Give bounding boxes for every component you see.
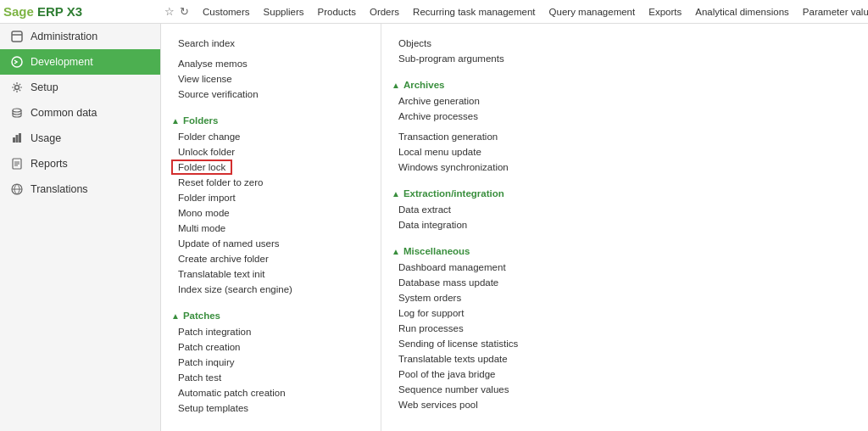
svg-rect-6 — [16, 135, 19, 143]
link-database-mass-update[interactable]: Database mass update — [392, 275, 858, 290]
main-layout: Administration Development Setup Common … — [0, 24, 868, 431]
link-folder-import[interactable]: Folder import — [171, 190, 370, 205]
svg-point-3 — [15, 86, 19, 90]
nav-parameter[interactable]: Parameter values — [796, 0, 868, 23]
link-sending-license-statistics[interactable]: Sending of license statistics — [392, 336, 858, 351]
admin-icon — [10, 30, 24, 43]
link-log-for-support[interactable]: Log for support — [392, 305, 858, 321]
link-folder-change[interactable]: Folder change — [171, 129, 370, 144]
nav-recurring[interactable]: Recurring task management — [406, 0, 542, 23]
svg-rect-0 — [12, 31, 22, 42]
link-reset-folder[interactable]: Reset folder to zero — [171, 175, 370, 190]
link-folder-lock[interactable]: Folder lock — [171, 160, 232, 175]
setup-icon — [10, 81, 24, 94]
content-col1: Search index Analyse memos View license … — [161, 24, 381, 431]
link-mono-mode[interactable]: Mono mode — [171, 205, 370, 221]
nav-products[interactable]: Products — [311, 0, 363, 23]
link-run-processes[interactable]: Run processes — [392, 321, 858, 336]
link-sequence-number-values[interactable]: Sequence number values — [392, 382, 858, 397]
section-archives: ▲ Archives — [392, 80, 858, 90]
dev-icon — [10, 55, 24, 69]
extraction-arrow-icon: ▲ — [392, 189, 400, 199]
nav-analytical[interactable]: Analytical dimensions — [688, 0, 796, 23]
link-setup-templates[interactable]: Setup templates — [171, 400, 370, 416]
folders-arrow-icon: ▲ — [171, 116, 180, 126]
nav-customers[interactable]: Customers — [196, 0, 257, 23]
link-multi-mode[interactable]: Multi mode — [171, 221, 370, 236]
sidebar-item-translations[interactable]: Translations — [0, 176, 160, 202]
link-archive-generation[interactable]: Archive generation — [392, 93, 858, 109]
link-translatable-texts-update[interactable]: Translatable texts update — [392, 351, 858, 367]
sidebar-label-translations: Translations — [31, 183, 88, 195]
section-misc: ▲ Miscellaneous — [392, 246, 858, 256]
logo: Sage ERP X3 — [3, 4, 164, 19]
link-search-index[interactable]: Search index — [171, 36, 370, 51]
logo-text: Sage ERP X3 — [3, 4, 82, 19]
patches-arrow-icon: ▲ — [171, 311, 180, 321]
content-col2: Objects Sub-program arguments ▲ Archives… — [381, 24, 868, 431]
misc-arrow-icon: ▲ — [392, 247, 400, 256]
link-archive-processes[interactable]: Archive processes — [392, 109, 858, 124]
link-patch-inquiry[interactable]: Patch inquiry — [171, 355, 370, 370]
data-icon — [10, 106, 24, 120]
section-extraction: ▲ Extraction/integration — [392, 188, 858, 199]
link-system-orders[interactable]: System orders — [392, 290, 858, 305]
sidebar-label-reports: Reports — [31, 158, 68, 170]
link-analyse-memos[interactable]: Analyse memos — [171, 56, 370, 71]
sidebar-label-setup: Setup — [31, 81, 58, 93]
sidebar-label-common-data: Common data — [31, 107, 97, 119]
link-patch-creation[interactable]: Patch creation — [171, 339, 370, 355]
link-automatic-patch-creation[interactable]: Automatic patch creation — [171, 385, 370, 400]
link-dashboard-management[interactable]: Dashboard management — [392, 260, 858, 275]
link-translatable-text-init[interactable]: Translatable text init — [171, 266, 370, 282]
link-data-integration[interactable]: Data integration — [392, 217, 858, 232]
section-folders: ▲ Folders — [171, 115, 370, 126]
svg-rect-5 — [13, 137, 15, 143]
translations-icon — [10, 182, 24, 196]
topbar: Sage ERP X3 ☆ ↻ Customers Suppliers Prod… — [0, 0, 868, 24]
link-source-verification[interactable]: Source verification — [171, 87, 370, 102]
link-unlock-folder[interactable]: Unlock folder — [171, 144, 370, 160]
sidebar-item-setup[interactable]: Setup — [0, 75, 160, 100]
sidebar-label-usage: Usage — [31, 132, 61, 144]
link-view-license[interactable]: View license — [171, 71, 370, 87]
sidebar-label-administration: Administration — [31, 31, 97, 42]
sidebar-item-development[interactable]: Development — [0, 49, 160, 75]
section-patches: ▲ Patches — [171, 311, 370, 321]
sidebar-item-common-data[interactable]: Common data — [0, 100, 160, 126]
nav-orders[interactable]: Orders — [363, 0, 406, 23]
link-windows-synchronization[interactable]: Windows synchronization — [392, 160, 858, 175]
usage-icon — [10, 132, 24, 145]
link-objects[interactable]: Objects — [392, 36, 858, 51]
svg-rect-7 — [19, 133, 21, 143]
nav-exports[interactable]: Exports — [642, 0, 688, 23]
link-create-archive-folder[interactable]: Create archive folder — [171, 251, 370, 266]
top-icons: ☆ ↻ — [164, 5, 189, 18]
link-patch-test[interactable]: Patch test — [171, 370, 370, 385]
link-index-size[interactable]: Index size (search engine) — [171, 282, 370, 297]
link-web-services-pool[interactable]: Web services pool — [392, 397, 858, 412]
link-transaction-generation[interactable]: Transaction generation — [392, 129, 858, 144]
nav-query[interactable]: Query management — [542, 0, 643, 23]
link-pool-java-bridge[interactable]: Pool of the java bridge — [392, 367, 858, 382]
reports-icon — [10, 157, 24, 171]
sidebar-item-administration[interactable]: Administration — [0, 24, 160, 49]
refresh-icon[interactable]: ↻ — [180, 5, 189, 18]
link-data-extract[interactable]: Data extract — [392, 202, 858, 217]
nav-menu: Customers Suppliers Products Orders Recu… — [196, 0, 868, 23]
sidebar-label-development: Development — [31, 56, 93, 68]
sidebar-item-reports[interactable]: Reports — [0, 151, 160, 176]
link-sub-program-arguments[interactable]: Sub-program arguments — [392, 51, 858, 66]
content-area: Search index Analyse memos View license … — [161, 24, 868, 431]
nav-suppliers[interactable]: Suppliers — [257, 0, 311, 23]
svg-point-4 — [13, 109, 21, 112]
link-local-menu-update[interactable]: Local menu update — [392, 144, 858, 160]
link-patch-integration[interactable]: Patch integration — [171, 324, 370, 339]
archives-arrow-icon: ▲ — [392, 81, 400, 90]
link-update-named-users[interactable]: Update of named users — [171, 236, 370, 251]
star-icon[interactable]: ☆ — [164, 5, 175, 18]
sidebar: Administration Development Setup Common … — [0, 24, 161, 431]
sidebar-item-usage[interactable]: Usage — [0, 126, 160, 151]
